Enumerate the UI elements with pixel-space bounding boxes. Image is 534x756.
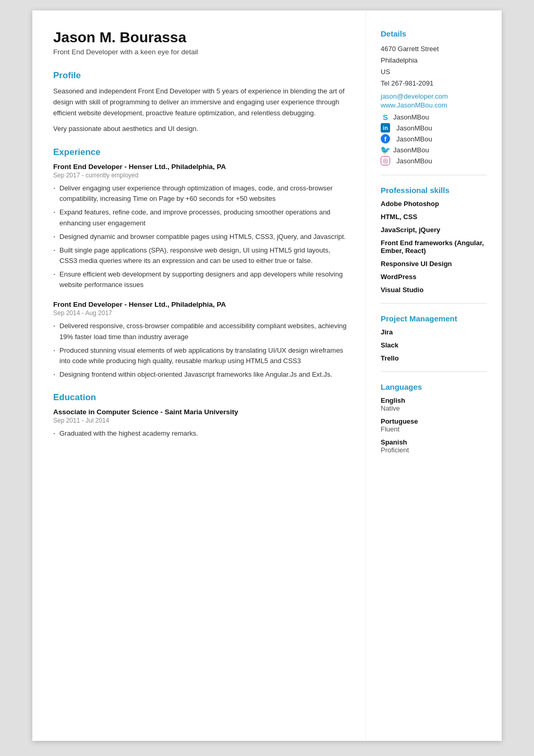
skype-icon: S	[381, 112, 390, 122]
languages-list: English Native Portuguese Fluent Spanish…	[381, 397, 487, 454]
tel: Tel 267-981-2091	[381, 79, 433, 87]
email-link[interactable]: jason@developer.com	[381, 92, 487, 100]
address: 4670 Garrett Street Philadelphia US Tel …	[381, 43, 487, 89]
bullet-item: Built single page applications (SPA), re…	[53, 245, 347, 266]
left-column: Jason M. Bourassa Front End Developer wi…	[32, 10, 366, 741]
job-dates-1: Sep 2017 - currently employed	[53, 172, 347, 179]
education-section-title: Education	[53, 392, 347, 403]
bullet-item: Deliver engaging user experience through…	[53, 183, 347, 204]
skill-6: WordPress	[381, 273, 487, 281]
facebook-icon: f	[381, 134, 390, 143]
lang-1: English Native	[381, 397, 487, 412]
social-twitter: 🐦 JasonMBou	[381, 145, 487, 154]
proj-1: Jira	[381, 328, 487, 336]
education-dates-1: Sep 2011 - Jul 2014	[53, 417, 347, 424]
job-block-2: Front End Developer - Henser Ltd., Phila…	[53, 301, 347, 380]
job-bullets-1: Deliver engaging user experience through…	[53, 183, 347, 290]
lang-level-1: Native	[381, 404, 487, 412]
social-linkedin: in JasonMBou	[381, 123, 487, 133]
candidate-name: Jason M. Bourassa	[53, 29, 347, 46]
twitter-icon: 🐦	[381, 145, 390, 154]
bullet-item: Graduated with the highest academy remar…	[53, 428, 347, 439]
resume-paper: Jason M. Bourassa Front End Developer wi…	[32, 10, 502, 741]
lang-name-1: English	[381, 397, 487, 404]
divider-3	[381, 371, 487, 372]
bullet-item: Delivered responsive, cross-browser comp…	[53, 321, 347, 342]
bullet-item: Expand features, refine code, and improv…	[53, 207, 347, 228]
bullet-item: Ensure efficient web development by supp…	[53, 269, 347, 290]
linkedin-handle: JasonMBou	[396, 124, 432, 132]
job-block-1: Front End Developer - Henser Ltd., Phila…	[53, 163, 347, 290]
prof-skills-list: Adobe Photoshop HTML, CSS JavaScript, jQ…	[381, 200, 487, 294]
proj-3: Trello	[381, 354, 487, 362]
experience-section-title: Experience	[53, 147, 347, 158]
divider-2	[381, 303, 487, 304]
address-line1: 4670 Garrett Street	[381, 45, 439, 53]
social-skype: S JasonMBou	[381, 112, 487, 122]
proj-mgmt-title: Project Management	[381, 314, 487, 323]
languages-title: Languages	[381, 382, 487, 391]
lang-name-3: Spanish	[381, 438, 487, 446]
job-title-1: Front End Developer - Henser Ltd., Phila…	[53, 163, 347, 171]
skype-handle: JasonMBou	[393, 113, 429, 121]
skill-1: Adobe Photoshop	[381, 200, 487, 208]
profile-text2: Very passionate about aesthetics and UI …	[53, 124, 347, 135]
social-facebook: f JasonMBou	[381, 134, 487, 143]
skill-2: HTML, CSS	[381, 213, 487, 221]
address-line3: US	[381, 68, 390, 76]
lang-3: Spanish Proficient	[381, 438, 487, 454]
website-link[interactable]: www.JasonMBou.com	[381, 101, 487, 109]
education-block-1: Associate in Computer Science - Saint Ma…	[53, 408, 347, 439]
lang-level-2: Fluent	[381, 425, 487, 433]
lang-2: Portuguese Fluent	[381, 417, 487, 433]
bullet-item: Designed dynamic and browser compatible …	[53, 232, 347, 242]
job-bullets-2: Delivered responsive, cross-browser comp…	[53, 321, 347, 380]
profile-text1: Seasoned and independent Front End Devel…	[53, 86, 347, 118]
instagram-icon: ◎	[381, 156, 390, 165]
job-dates-2: Sep 2014 - Aug 2017	[53, 309, 347, 317]
bullet-item: Produced stunning visual elements of web…	[53, 345, 347, 366]
bullet-item: Designing frontend within object-oriente…	[53, 369, 347, 380]
education-degree-1: Associate in Computer Science - Saint Ma…	[53, 408, 347, 416]
proj-2: Slack	[381, 341, 487, 349]
job-title-2: Front End Developer - Henser Ltd., Phila…	[53, 301, 347, 308]
linkedin-icon: in	[381, 123, 390, 133]
prof-skills-title: Professional skills	[381, 186, 487, 195]
candidate-tagline: Front End Developer with a keen eye for …	[53, 48, 347, 56]
details-section-title: Details	[381, 29, 487, 38]
skill-3: JavaScript, jQuery	[381, 226, 487, 234]
twitter-handle: JasonMBou	[393, 146, 429, 154]
skill-4: Front End frameworks (Angular, Ember, Re…	[381, 239, 487, 255]
facebook-handle: JasonMBou	[396, 135, 432, 143]
right-column: Details 4670 Garrett Street Philadelphia…	[366, 10, 502, 741]
social-links: S JasonMBou in JasonMBou f JasonMBou 🐦 J…	[381, 112, 487, 165]
skill-7: Visual Studio	[381, 286, 487, 294]
lang-name-2: Portuguese	[381, 417, 487, 425]
skill-5: Responsive UI Design	[381, 260, 487, 268]
proj-mgmt-list: Jira Slack Trello	[381, 328, 487, 362]
social-instagram: ◎ JasonMBou	[381, 156, 487, 165]
instagram-handle: JasonMBou	[396, 157, 432, 165]
divider-1	[381, 175, 487, 175]
lang-level-3: Proficient	[381, 446, 487, 454]
education-bullets-1: Graduated with the highest academy remar…	[53, 428, 347, 439]
address-line2: Philadelphia	[381, 56, 418, 64]
profile-section-title: Profile	[53, 70, 347, 81]
